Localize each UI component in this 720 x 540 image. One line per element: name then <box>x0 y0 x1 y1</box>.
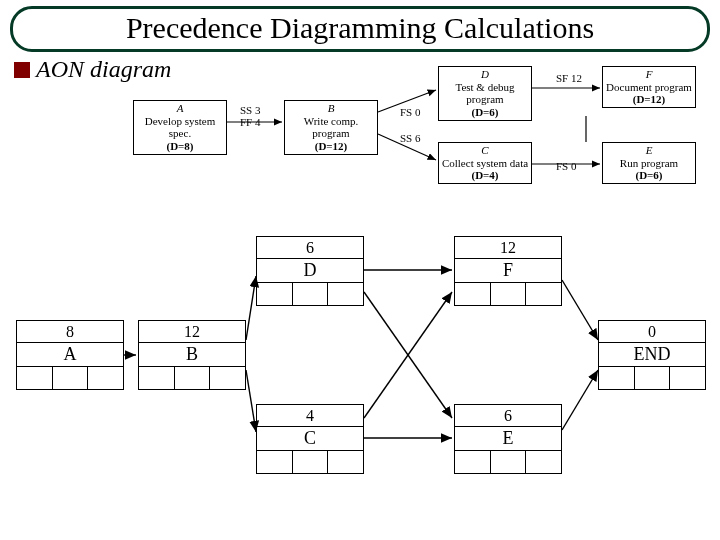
svg-line-8 <box>246 370 256 432</box>
svg-line-12 <box>364 292 452 418</box>
node-slots <box>599 367 705 389</box>
node-e: 6 E <box>454 404 562 474</box>
activity-desc: Develop system spec. <box>136 115 224 140</box>
activity-box-c: C Collect system data (D=4) <box>438 142 532 184</box>
node-dur: 6 <box>455 405 561 427</box>
node-slots <box>455 283 561 305</box>
node-slots <box>257 451 363 473</box>
activity-id: B <box>287 102 375 115</box>
activity-desc: Collect system data <box>441 157 529 170</box>
activity-dur: (D=6) <box>605 169 693 182</box>
activity-box-e: E Run program (D=6) <box>602 142 696 184</box>
node-slots <box>139 367 245 389</box>
svg-line-14 <box>562 370 598 430</box>
activity-box-d: D Test & debug program (D=6) <box>438 66 532 121</box>
node-dur: 4 <box>257 405 363 427</box>
activity-desc: Test & debug program <box>441 81 529 106</box>
link-label-bc: SS 6 <box>400 132 421 144</box>
svg-line-13 <box>562 280 598 340</box>
activity-id: A <box>136 102 224 115</box>
node-label: B <box>139 343 245 367</box>
section-title: AON diagram <box>36 56 171 83</box>
node-b: 12 B <box>138 320 246 390</box>
node-dur: 0 <box>599 321 705 343</box>
node-slots <box>455 451 561 473</box>
node-a: 8 A <box>16 320 124 390</box>
node-dur: 8 <box>17 321 123 343</box>
activity-dur: (D=12) <box>287 140 375 153</box>
activity-id: C <box>441 144 529 157</box>
node-label: A <box>17 343 123 367</box>
node-end: 0 END <box>598 320 706 390</box>
node-label: D <box>257 259 363 283</box>
node-dur: 12 <box>139 321 245 343</box>
svg-line-7 <box>246 276 256 340</box>
activity-box-a: A Develop system spec. (D=8) <box>133 100 227 155</box>
bullet-icon <box>14 62 30 78</box>
activity-id: D <box>441 68 529 81</box>
activity-desc: Document program <box>605 81 693 94</box>
node-dur: 12 <box>455 237 561 259</box>
svg-line-11 <box>364 292 452 418</box>
link-label-df: SF 12 <box>556 72 582 84</box>
node-slots <box>257 283 363 305</box>
link-label-bd: FS 0 <box>400 106 421 118</box>
activity-desc: Run program <box>605 157 693 170</box>
node-c: 4 C <box>256 404 364 474</box>
node-d: 6 D <box>256 236 364 306</box>
page-title-banner: Precedence Diagramming Calculations <box>10 6 710 52</box>
node-dur: 6 <box>257 237 363 259</box>
activity-id: F <box>605 68 693 81</box>
node-label: E <box>455 427 561 451</box>
node-label: C <box>257 427 363 451</box>
node-label: END <box>599 343 705 367</box>
activity-dur: (D=6) <box>441 106 529 119</box>
link-label-ce: FS 0 <box>556 160 577 172</box>
link-label-ab: SS 3 FF 4 <box>240 104 261 128</box>
activity-dur: (D=8) <box>136 140 224 153</box>
activity-box-b: B Write comp. program (D=12) <box>284 100 378 155</box>
activity-box-f: F Document program (D=12) <box>602 66 696 108</box>
activity-id: E <box>605 144 693 157</box>
node-f: 12 F <box>454 236 562 306</box>
activity-dur: (D=4) <box>441 169 529 182</box>
activity-desc: Write comp. program <box>287 115 375 140</box>
node-slots <box>17 367 123 389</box>
page-title: Precedence Diagramming Calculations <box>126 11 594 44</box>
node-label: F <box>455 259 561 283</box>
activity-dur: (D=12) <box>605 93 693 106</box>
